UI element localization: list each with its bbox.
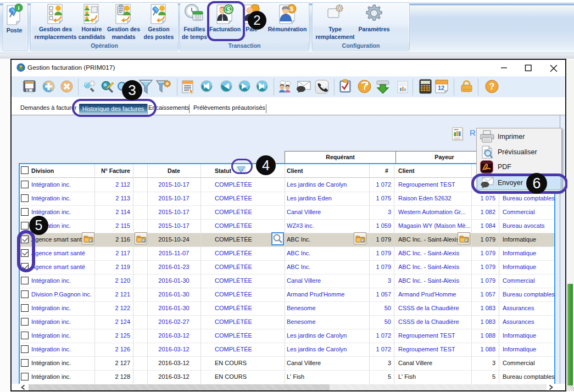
- svg-text:i: i: [18, 4, 19, 11]
- svg-text:$: $: [290, 5, 293, 12]
- svg-text:?: ?: [489, 82, 495, 91]
- svg-text:12: 12: [438, 85, 444, 91]
